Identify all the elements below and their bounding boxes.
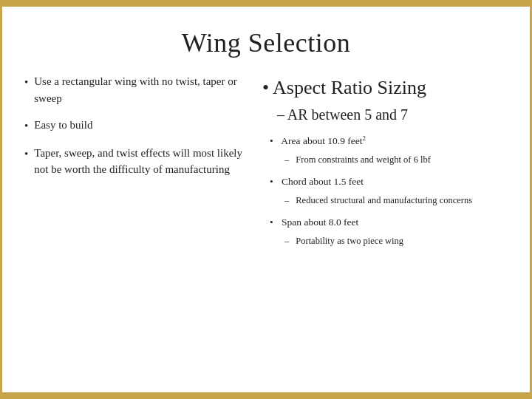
bullet-area: •: [270, 135, 273, 146]
area-sub-text: From constraints and weight of 6 lbf: [296, 154, 431, 165]
right-subtitle: – AR between 5 and 7: [277, 103, 508, 126]
chord-sub-item: – Reduced structural and manufacturing c…: [284, 194, 472, 208]
bullet-easy: •: [24, 117, 28, 134]
area-text: Area about 10.9 feet2: [281, 135, 366, 146]
chord-item-content: • Chord about 1.5 feet: [270, 174, 364, 189]
slide-title: Wing Selection: [2, 7, 530, 73]
content-area: • Use a rectangular wing with no twist, …: [2, 73, 530, 392]
right-column: • Aspect Ratio Sizing – AR between 5 and…: [262, 73, 508, 385]
list-item-chord: • Chord about 1.5 feet: [270, 174, 508, 189]
chord-sub-text: Reduced structural and manufacturing con…: [296, 195, 472, 205]
item-rectangular-text: Use a rectangular wing with no twist, ta…: [34, 73, 248, 106]
bullet-chord: •: [270, 176, 273, 187]
dash-area: –: [284, 154, 289, 165]
dash-span: –: [284, 236, 289, 246]
span-text: Span about 8.0 feet: [282, 216, 358, 228]
item-taper-text: Taper, sweep, and twist effects will mos…: [34, 145, 248, 178]
bottom-border: [2, 392, 530, 397]
superscript-2: 2: [362, 134, 366, 141]
left-column: • Use a rectangular wing with no twist, …: [24, 73, 248, 385]
list-item-area: • Area about 10.9 feet2: [270, 133, 508, 149]
bullet-taper: •: [24, 146, 28, 163]
list-item-easy: • Easy to build: [24, 117, 248, 134]
span-sub-item: – Portability as two piece wing: [284, 234, 403, 248]
right-list: • Area about 10.9 feet2 – From constrain…: [270, 133, 508, 251]
list-item-taper: • Taper, sweep, and twist effects will m…: [24, 145, 248, 178]
list-item-area-sub: – From constraints and weight of 6 lbf: [270, 153, 508, 170]
dash-chord: –: [284, 195, 289, 205]
aspect-ratio-title: Aspect Ratio Sizing: [273, 77, 426, 98]
list-item-span-sub: – Portability as two piece wing: [270, 234, 508, 251]
list-item-chord-sub: – Reduced structural and manufacturing c…: [270, 194, 508, 211]
area-sub-item: – From constraints and weight of 6 lbf: [284, 153, 431, 167]
right-main-title: • Aspect Ratio Sizing: [262, 73, 508, 102]
area-item-content: • Area about 10.9 feet2: [270, 133, 366, 149]
slide: Wing Selection • Use a rectangular wing …: [0, 0, 532, 399]
span-sub-text: Portability as two piece wing: [296, 236, 403, 246]
bullet-rectangular: •: [24, 74, 28, 91]
bullet-span: •: [270, 216, 273, 228]
span-item-content: • Span about 8.0 feet: [270, 215, 358, 230]
list-item-rectangular: • Use a rectangular wing with no twist, …: [24, 73, 248, 106]
left-list: • Use a rectangular wing with no twist, …: [24, 73, 248, 178]
item-easy-text: Easy to build: [34, 117, 92, 134]
chord-text: Chord about 1.5 feet: [282, 176, 364, 187]
list-item-span: • Span about 8.0 feet: [270, 215, 508, 230]
